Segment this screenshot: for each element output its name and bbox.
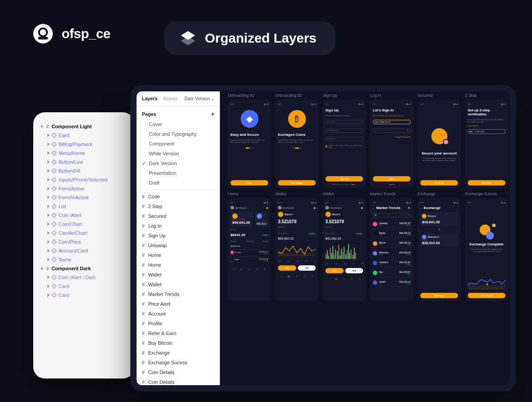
coin-row[interactable]: Neo1DF $16,253.57+ 2.6% <box>373 269 411 277</box>
page-item[interactable]: Dark Version <box>137 158 220 168</box>
bottom-nav[interactable]: ⌂⊞↻☰⚲ <box>325 277 363 280</box>
tab-assets[interactable]: Assets <box>163 96 177 101</box>
bell-icon[interactable]: 🔔 <box>313 207 316 209</box>
tree-item[interactable]: Button/Fill <box>38 166 130 175</box>
page-item[interactable]: Cover <box>137 119 220 129</box>
back-icon[interactable]: ‹ <box>373 207 374 209</box>
add-page-button[interactable]: + <box>211 110 215 118</box>
search-icon[interactable]: 🔍 <box>408 207 411 209</box>
screen-wallet[interactable]: Wallet 9:41▮▮ ▴ ▮ Alex Rutuynos🔔 Bitcoin… <box>323 198 366 301</box>
btc-card[interactable]: Bitcoin +2.76% $36,641.20 <box>231 212 253 227</box>
frame-item[interactable]: #Coin Details <box>137 367 220 377</box>
frame-item[interactable]: #Refer & Earn <box>137 328 220 338</box>
page-item[interactable]: Color and Typography <box>137 129 220 139</box>
tree-item[interactable]: Card <box>38 131 130 140</box>
tree-item[interactable]: Coin /Alert <box>38 211 130 220</box>
frame-item[interactable]: #Market Trends <box>137 289 220 299</box>
swap-icon[interactable]: ⇅ <box>420 228 458 231</box>
tree-item[interactable]: Coin /Alert / Dark <box>38 273 130 282</box>
frame-item[interactable]: #Coin Details <box>137 377 220 385</box>
list-item[interactable]: Ripple1DF$14,563.34+ 3.7% <box>231 256 268 264</box>
tree-item[interactable]: Account/Card <box>38 246 130 255</box>
buy-button[interactable]: Buy <box>278 265 296 271</box>
tree-item[interactable]: Form/Active <box>38 184 130 193</box>
frame-item[interactable]: #Log In <box>137 221 220 231</box>
coin-row[interactable]: Bitcoin1DF $36,263.12+ 13% <box>373 240 411 248</box>
coin-row[interactable]: Chainlink1DF $15,221.67+ 2.6% <box>373 260 411 267</box>
screen-onboarding-01[interactable]: Onboarding 01 9:41▮▮ ▴ ▮ ◆ Easy and Secu… <box>228 99 271 188</box>
list-item[interactable]: Uniswap1DF$16,351.57+ 3.7% <box>231 249 268 256</box>
frame-item[interactable]: #Code <box>137 192 220 201</box>
eye-icon[interactable]: 👁 <box>407 129 409 132</box>
filter-select[interactable]: All▾ <box>373 213 411 217</box>
user-header[interactable]: Alex Rutuynos🔔 <box>278 206 316 209</box>
coin-row[interactable]: Uniswap1DF $16,351.57+ 3.7% <box>373 221 411 228</box>
tab-layers[interactable]: Layers <box>142 96 157 101</box>
frame-item[interactable]: #2 Step <box>137 201 220 211</box>
frame-item[interactable]: #Sign Up <box>137 231 220 240</box>
coin-row[interactable]: Ethereum1DF $14,563.34+ 1.7% <box>373 250 411 257</box>
email-field[interactable]: ofspace@gmail.com <box>373 120 411 124</box>
continue-button[interactable]: Continue <box>420 180 458 185</box>
phone-field[interactable]: 🇺🇸 ▾1754564946 <box>468 129 505 134</box>
signup-button[interactable]: Sign Up <box>325 176 363 181</box>
page-item[interactable]: White Version <box>137 149 220 158</box>
from-card[interactable]: Bitcoin ▾ You Pay $16,641.20 <box>420 212 458 226</box>
tree-item[interactable]: Coin/Chart <box>38 220 130 229</box>
canvas[interactable]: Onboarding 01 9:41▮▮ ▴ ▮ ◆ Easy and Secu… <box>220 91 510 385</box>
frame-item[interactable]: #Exchange Sucess <box>137 358 220 367</box>
tree-item[interactable]: Name <box>38 255 130 264</box>
country-selector[interactable]: 🇺🇸 ▾ <box>469 130 473 133</box>
range-tabs[interactable]: 24H1W1M1YAll <box>325 263 363 265</box>
tree-item[interactable]: Billing/Payment <box>38 140 130 149</box>
tree-item[interactable]: Button/Line <box>38 158 130 166</box>
frame-item[interactable]: #Exchange <box>137 348 220 358</box>
username-field[interactable]: Username <box>325 120 363 124</box>
eth-card[interactable]: $26,312.2 <box>255 212 268 227</box>
frame-item[interactable]: #Wallet <box>137 270 220 280</box>
tree-item[interactable]: Form/InActive <box>38 193 130 202</box>
screen-wallet[interactable]: Wallet 9:41▮▮ ▴ ▮ Alex Rutuynos🔔 Bitcoin… <box>275 198 318 301</box>
page-item[interactable]: Presentation <box>137 168 220 178</box>
screen-2-step[interactable]: 2 Step 9:41▮▮ ▴ ▮ Set up 2-step verifica… <box>465 99 508 188</box>
go-home-button[interactable]: Go to Home <box>468 293 505 298</box>
tree-heading-light[interactable]: # Component Light <box>38 122 130 131</box>
bell-icon[interactable]: 🔔 <box>266 207 268 209</box>
screen-home[interactable]: Home 9:41▮▮ ▴ ▮ Alex Rutuynos🔔 Bitcoin +… <box>228 198 271 301</box>
range-tabs[interactable]: 24H1W1M1YAll <box>278 260 316 262</box>
screen-secured[interactable]: Secured 9:41▮▮ ▴ ▮ Secure your account O… <box>418 99 461 188</box>
frame-item[interactable]: #Price Alert <box>137 299 220 309</box>
screen-log-in[interactable]: Log In 9:41▮▮ ▴ ▮ Let's Sign In Welcome … <box>370 99 413 188</box>
page-selector[interactable]: Dark Version ⌄ <box>184 96 215 101</box>
sell-button[interactable]: Sell <box>298 265 316 271</box>
screen-exchange[interactable]: Exchange 9:41▮▮ ▴ ▮ ‹Exchange Bitcoin ▾ … <box>418 198 461 301</box>
page-item[interactable]: Component <box>137 139 220 149</box>
screen-onboarding-02[interactable]: Onboarding 02 9:41▮▮ ▴ ▮ ₿ Exchages Coin… <box>275 99 318 188</box>
frame-item[interactable]: #Buy Bitcoin <box>137 338 220 348</box>
page-item[interactable]: Draft <box>137 178 220 188</box>
next-button[interactable]: Next <box>231 180 268 185</box>
back-icon[interactable]: ‹ <box>420 207 421 209</box>
bottom-nav[interactable]: ⌂⊞↻☰⚲ <box>278 275 316 278</box>
tree-item[interactable]: Menu/Home <box>38 149 130 158</box>
tree-item[interactable]: Card <box>38 282 130 291</box>
sell-button[interactable]: Sell <box>345 268 364 273</box>
tree-heading-dark[interactable]: # Component Dark <box>38 264 130 273</box>
login-button[interactable]: Log In <box>373 176 411 181</box>
coin-row[interactable]: Achain1DF $12,263.12+ 2.6% <box>373 279 411 287</box>
terms-checkbox[interactable]: I agree to the Terms of Service and Priv… <box>325 144 363 149</box>
get-started-button[interactable]: Get Started <box>278 180 316 185</box>
screen-market-trends[interactable]: Market Trends 9:41▮▮ ▴ ▮ ‹Market Trends🔍… <box>370 198 413 301</box>
tree-item[interactable]: List <box>38 202 130 211</box>
continue-button[interactable]: Continue <box>468 180 505 185</box>
screen-sign-up[interactable]: Sign Up 9:41▮▮ ▴ ▮ Sign Up Create an acc… <box>323 99 366 188</box>
frame-item[interactable]: #Account <box>137 309 220 319</box>
bell-icon[interactable]: 🔔 <box>361 207 363 209</box>
tree-item[interactable]: Coin/Price <box>38 237 130 246</box>
frame-item[interactable]: #Uniswap <box>137 240 220 250</box>
to-card[interactable]: Ethereum ▾ You Get $28,312.63 <box>420 233 458 247</box>
portfolio-tabs[interactable]: AnalyticsWithdrawDeposit <box>231 240 268 242</box>
frame-item[interactable]: #Wallet <box>137 280 220 289</box>
password-field[interactable]: Password <box>325 137 363 141</box>
user-header[interactable]: Alex Rutuynos🔔 <box>325 206 363 209</box>
